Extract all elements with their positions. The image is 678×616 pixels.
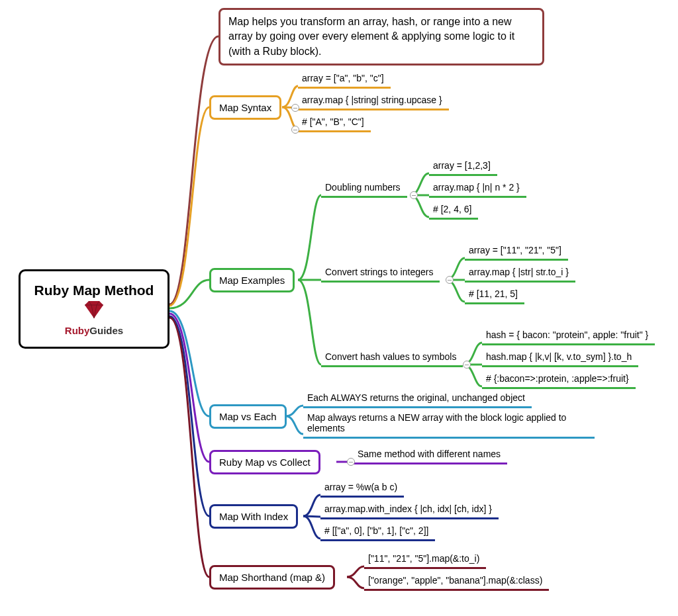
example-hash-label: Convert hash values to symbols xyxy=(321,351,463,367)
expand-icon[interactable] xyxy=(410,191,418,199)
expand-icon[interactable] xyxy=(291,104,299,112)
syntax-line-0: array = ["a", "b", "c"] xyxy=(298,73,391,89)
examples-node: Map Examples xyxy=(209,268,295,292)
example-str2int-line-0: array = ["11", "21", "5"] xyxy=(465,245,568,261)
root-node: Ruby Map Method RubyGuides xyxy=(19,269,170,349)
example-doubling-line-0: array = [1,2,3] xyxy=(429,160,497,176)
syntax-line-1: array.map { |string| string.upcase } xyxy=(298,95,449,110)
example-str2int-label: Convert strings to integers xyxy=(321,267,440,283)
shorthand-line-0: ["11", "21", "5"].map(&:to_i) xyxy=(364,553,486,569)
syntax-line-2: # ["A", "B", "C"] xyxy=(298,116,371,132)
rubyguides-logo: RubyGuides xyxy=(65,325,123,336)
expand-icon[interactable] xyxy=(463,361,471,369)
shorthand-node: Map Shorthand (map &) xyxy=(209,565,335,590)
expand-icon[interactable] xyxy=(446,276,454,284)
example-doubling-line-2: # [2, 4, 6] xyxy=(429,204,478,220)
ruby-gem-icon xyxy=(81,301,107,324)
with-index-node: Map With Index xyxy=(209,504,298,529)
vs-each-line-1: Map always returns a NEW array with the … xyxy=(303,412,595,439)
root-title: Ruby Map Method xyxy=(34,283,154,298)
vs-each-line-0: Each ALWAYS returns the original, unchan… xyxy=(303,392,532,408)
example-doubling-label: Doubling numbers xyxy=(321,182,407,198)
example-doubling-line-1: array.map { |n| n * 2 } xyxy=(429,182,526,198)
shorthand-line-1: ["orange", "apple", "banana"].map(&:clas… xyxy=(364,575,549,591)
example-str2int-line-1: array.map { |str| str.to_i } xyxy=(465,267,575,283)
expand-icon[interactable] xyxy=(291,126,299,134)
example-hash-line-1: hash.map { |k,v| [k, v.to_sym] }.to_h xyxy=(482,351,638,367)
expand-icon[interactable] xyxy=(347,458,355,466)
vs-each-node: Map vs Each xyxy=(209,404,287,429)
vs-collect-line-0: Same method with different names xyxy=(354,449,507,464)
vs-collect-node: Ruby Map vs Collect xyxy=(209,450,320,474)
with-index-line-2: # [["a", 0], ["b", 1], ["c", 2]] xyxy=(320,525,435,541)
with-index-line-1: array.map.with_index { |ch, idx| [ch, id… xyxy=(320,504,499,519)
example-str2int-line-2: # [11, 21, 5] xyxy=(465,288,524,304)
syntax-node: Map Syntax xyxy=(209,95,281,120)
example-hash-line-2: # {:bacon=>:protein, :apple=>:fruit} xyxy=(482,373,636,389)
example-hash-line-0: hash = { bacon: "protein", apple: "fruit… xyxy=(482,330,655,345)
with-index-line-0: array = %w(a b c) xyxy=(320,482,404,498)
description-node: Map helps you transform an array, hash, … xyxy=(218,8,544,66)
